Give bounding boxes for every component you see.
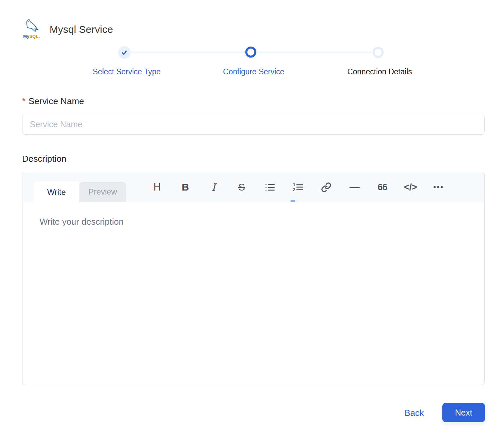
stepper-connector-2	[256, 52, 372, 53]
heading-button[interactable]: H	[147, 177, 167, 197]
page-title: Mysql Service	[50, 24, 113, 35]
bold-button[interactable]: B	[175, 177, 195, 197]
toolbar-buttons: H B I S 1 2	[147, 172, 449, 202]
description-label: Description	[22, 154, 66, 164]
svg-text:2: 2	[293, 187, 295, 192]
stepper-connector-1	[131, 52, 245, 53]
description-textarea[interactable]	[23, 203, 484, 384]
check-icon	[121, 49, 128, 56]
step-indicator-select-service-type[interactable]	[118, 46, 131, 59]
next-button[interactable]: Next	[442, 403, 485, 422]
quote-button[interactable]: 66	[372, 177, 392, 197]
required-marker: *	[22, 96, 25, 106]
svg-text:1: 1	[293, 182, 295, 187]
unordered-list-button[interactable]	[260, 177, 280, 197]
code-button[interactable]: </>	[400, 177, 421, 197]
mysql-logo-text: MySQL.	[23, 34, 40, 39]
step-label-connection-details: Connection Details	[347, 67, 412, 76]
strikethrough-button[interactable]: S	[232, 177, 252, 197]
service-name-label: *Service Name	[22, 96, 84, 106]
ordered-list-caret	[291, 200, 295, 202]
step-indicator-configure-service[interactable]	[245, 47, 256, 58]
description-editor: Write Preview H B I S	[22, 172, 485, 385]
link-icon	[321, 182, 331, 193]
horizontal-rule-button[interactable]: —	[344, 177, 364, 197]
ordered-list-button[interactable]: 1 2	[288, 177, 308, 197]
step-indicator-connection-details	[373, 47, 384, 58]
more-options-button[interactable]: •••	[429, 177, 449, 197]
configure-service-page: MySQL. Mysql Service Select Service Type…	[0, 0, 504, 444]
editor-toolbar: Write Preview H B I S	[22, 172, 484, 202]
step-label-configure-service[interactable]: Configure Service	[223, 67, 285, 76]
italic-button[interactable]: I	[203, 177, 224, 197]
unordered-list-icon	[265, 182, 275, 193]
ordered-list-icon: 1 2	[293, 182, 303, 193]
step-label-select-service-type[interactable]: Select Service Type	[93, 67, 161, 76]
link-button[interactable]	[316, 177, 336, 197]
back-button[interactable]: Back	[404, 408, 424, 418]
tab-write[interactable]: Write	[34, 181, 79, 206]
mysql-dolphin-icon	[23, 19, 40, 33]
service-name-input[interactable]	[22, 114, 485, 135]
tab-preview[interactable]: Preview	[79, 182, 126, 202]
mysql-logo: MySQL.	[21, 19, 42, 41]
